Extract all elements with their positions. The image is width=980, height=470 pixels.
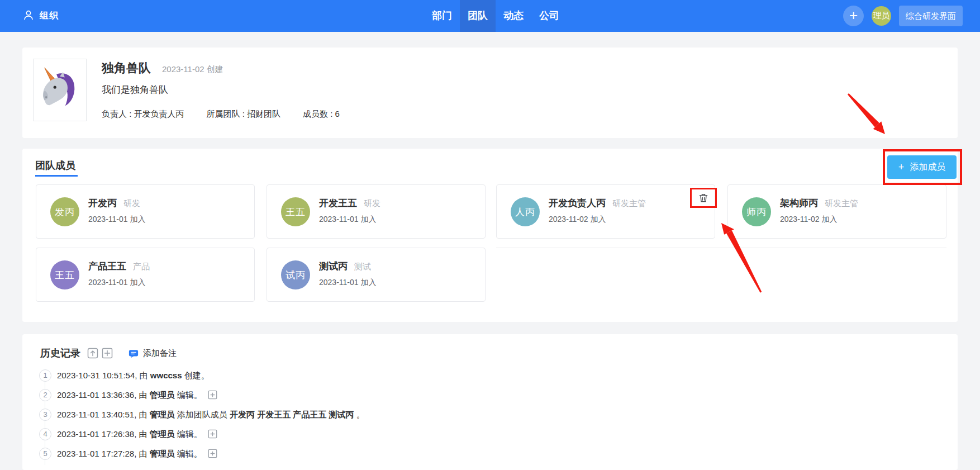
team-member-count: 成员数 : 6	[303, 109, 340, 120]
entry-text: 2023-11-01 17:27:28, 由 管理员 编辑。	[57, 449, 217, 459]
nav-tab-teams[interactable]: 团队	[460, 0, 496, 32]
entry-text: 2023-11-01 17:26:38, 由 管理员 编辑。	[57, 429, 217, 440]
entry-text: 2023-10-31 10:51:54, 由 wwccss 创建。	[57, 371, 210, 381]
grid-divider	[496, 248, 946, 248]
expand-all-button[interactable]	[102, 348, 113, 359]
member-card[interactable]: 王五 开发王五研发 2023-11-01 加入	[267, 184, 486, 239]
member-card[interactable]: 王五 产品王五产品 2023-11-01 加入	[36, 248, 255, 302]
member-role: 研发主管	[825, 198, 858, 209]
team-members-section: 团队成员 + 添加成员 发丙 开发丙研发 2023-11-01 加入 王五 开发…	[22, 149, 958, 322]
arrow-up-icon	[87, 348, 98, 359]
add-note-button[interactable]: 添加备注	[129, 348, 177, 359]
workspace-switch-button[interactable]: 综合研发界面	[899, 6, 963, 26]
member-join-date: 2023-11-02 加入	[780, 215, 837, 225]
history-entry: 1 2023-10-31 10:51:54, 由 wwccss 创建。	[39, 369, 210, 382]
section-title-underline	[35, 175, 78, 177]
main-nav: 部门 团队 动态 公司	[424, 0, 567, 32]
organization-icon	[22, 9, 35, 23]
member-avatar: 试丙	[281, 260, 310, 289]
member-name: 开发负责人丙	[549, 197, 606, 210]
history-entry: 4 2023-11-01 17:26:38, 由 管理员 编辑。	[39, 428, 217, 440]
add-note-label: 添加备注	[143, 348, 177, 359]
team-owner: 负责人 : 开发负责人丙	[102, 109, 184, 120]
team-description: 我们是独角兽队	[102, 83, 168, 96]
nav-tab-departments[interactable]: 部门	[424, 0, 460, 32]
user-avatar[interactable]: 理员	[872, 6, 891, 26]
create-button[interactable]: +	[843, 6, 864, 26]
unicorn-image	[38, 67, 82, 113]
entry-number: 2	[39, 389, 51, 401]
plus-box-icon	[208, 390, 217, 400]
history-entry: 3 2023-11-01 13:40:51, 由 管理员 添加团队成员 开发丙 …	[39, 409, 365, 421]
member-card[interactable]: 发丙 开发丙研发 2023-11-01 加入	[36, 184, 255, 239]
member-name: 测试丙	[319, 260, 348, 273]
team-meta: 负责人 : 开发负责人丙 所属团队 : 招财团队 成员数 : 6	[102, 109, 340, 120]
history-entry: 5 2023-11-01 17:27:28, 由 管理员 编辑。	[39, 448, 217, 460]
nav-tab-activity[interactable]: 动态	[496, 0, 531, 32]
expand-entry-button[interactable]	[208, 449, 217, 458]
history-entry: 2 2023-11-01 13:36:36, 由 管理员 编辑。	[39, 389, 217, 401]
add-member-button[interactable]: + 添加成员	[887, 155, 957, 179]
entry-number: 4	[39, 428, 51, 440]
nav-tab-company[interactable]: 公司	[531, 0, 567, 32]
member-join-date: 2023-11-01 加入	[319, 215, 376, 225]
members-section-title: 团队成员	[35, 159, 75, 172]
plus-box-icon	[102, 348, 113, 359]
member-join-date: 2023-11-01 加入	[319, 278, 376, 288]
member-name: 产品王五	[88, 260, 126, 273]
member-avatar: 王五	[50, 260, 79, 289]
plus-icon: +	[849, 7, 858, 24]
entry-text: 2023-11-01 13:40:51, 由 管理员 添加团队成员 开发丙 开发…	[57, 410, 365, 420]
brand[interactable]: 组织	[22, 0, 59, 32]
expand-entry-button[interactable]	[208, 429, 217, 439]
entry-text: 2023-11-01 13:36:36, 由 管理员 编辑。	[57, 390, 217, 401]
member-name: 开发王五	[319, 197, 357, 210]
member-card[interactable]: 试丙 测试丙测试 2023-11-01 加入	[267, 248, 486, 302]
plus-box-icon	[208, 429, 217, 439]
member-role: 测试	[354, 262, 371, 272]
topbar-right: + 理员 综合研发界面	[843, 0, 963, 32]
member-avatar: 王五	[281, 197, 310, 226]
history-section: 历史记录 添加备注 1 2023-10-31 10:51:54, 由 wwccs…	[22, 334, 958, 470]
top-navigation-bar: 组织 部门 团队 动态 公司 + 理员 综合研发界面	[0, 0, 980, 32]
member-role: 研发	[364, 198, 380, 209]
member-avatar: 师丙	[742, 197, 771, 226]
entry-number: 3	[39, 409, 51, 421]
plus-box-icon	[208, 449, 217, 458]
member-name: 开发丙	[88, 197, 117, 210]
member-name: 架构师丙	[780, 197, 818, 210]
member-card[interactable]: 人丙 开发负责人丙研发主管 2023-11-02 加入	[496, 184, 715, 239]
team-header-card: 独角兽队 2023-11-02 创建 我们是独角兽队 负责人 : 开发负责人丙 …	[22, 48, 958, 138]
member-role: 研发	[123, 198, 140, 209]
team-parent: 所属团队 : 招财团队	[207, 109, 281, 120]
trash-icon	[698, 192, 709, 203]
team-created-date: 2023-11-02 创建	[162, 64, 223, 75]
plus-icon: +	[898, 162, 905, 173]
member-join-date: 2023-11-01 加入	[88, 215, 145, 225]
member-role: 产品	[133, 262, 150, 272]
member-card[interactable]: 师丙 架构师丙研发主管 2023-11-02 加入	[727, 184, 946, 239]
entry-number: 1	[39, 369, 51, 382]
comment-icon	[129, 349, 139, 359]
team-title-row: 独角兽队 2023-11-02 创建	[102, 60, 223, 77]
member-join-date: 2023-11-02 加入	[549, 215, 606, 225]
entry-number: 5	[39, 448, 51, 460]
brand-label: 组织	[40, 10, 59, 22]
team-name: 独角兽队	[102, 60, 151, 77]
expand-entry-button[interactable]	[208, 390, 217, 400]
member-avatar: 人丙	[511, 197, 540, 226]
team-logo	[33, 59, 87, 121]
sort-order-button[interactable]	[87, 348, 98, 359]
member-avatar: 发丙	[50, 197, 79, 226]
member-join-date: 2023-11-01 加入	[88, 278, 145, 288]
remove-member-button[interactable]	[698, 192, 709, 203]
member-role: 研发主管	[612, 198, 646, 209]
history-section-title: 历史记录	[40, 346, 80, 360]
